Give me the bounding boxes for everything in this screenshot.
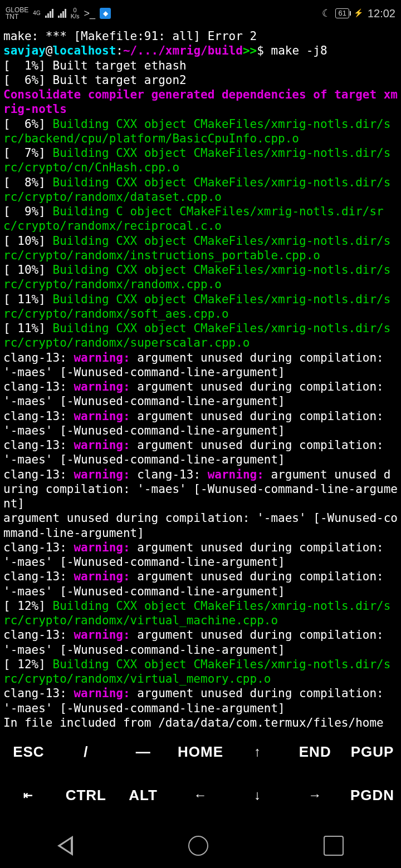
terminal-line: [ 1%] Built target ethash (3, 58, 398, 73)
nav-back-button[interactable] (57, 836, 73, 856)
terminal-line: [ 9%] Building C object CMakeFiles/xmrig… (3, 204, 398, 234)
key-alt[interactable]: ALT (115, 786, 172, 805)
terminal-line: clang-13: warning: argument unused durin… (3, 686, 398, 716)
terminal-line: [ 12%] Building CXX object CMakeFiles/xm… (3, 599, 398, 628)
terminal-line: [ 11%] Building CXX object CMakeFiles/xm… (3, 321, 398, 351)
terminal-line: make: *** [Makefile:91: all] Error 2 (3, 29, 398, 43)
signal-icon-1 (45, 9, 53, 18)
key-pgup[interactable]: PGUP (344, 743, 401, 761)
charging-icon: ⚡ (354, 8, 363, 18)
terminal-line: clang-13: warning: clang-13: warning: ar… (3, 467, 398, 511)
terminal-line: savjay@localhost:~/.../xmrig/build>>$ ma… (3, 43, 398, 58)
terminal-line: argument unused during compilation: '-ma… (3, 511, 398, 540)
terminal-line: [ 6%] Building CXX object CMakeFiles/xmr… (3, 117, 398, 146)
app-icon: ◆ (100, 8, 111, 19)
terminal-line: [ 7%] Building CXX object CMakeFiles/xmr… (3, 146, 398, 175)
status-bar: GLOBE TNT 4G 0 K/s >_ ◆ ☾ 61 ⚡ 12:02 (0, 0, 401, 27)
terminal-line: clang-13: warning: argument unused durin… (3, 351, 398, 380)
terminal-output[interactable]: make: *** [Makefile:91: all] Error 2savj… (0, 27, 401, 732)
battery-level: 61 (338, 9, 346, 17)
extra-keys-row-2: ⇤ CTRL ALT ← ↓ → PGDN (0, 773, 401, 817)
key-down[interactable]: ↓ (229, 787, 286, 803)
nav-home-button[interactable] (188, 836, 208, 856)
battery-icon: 61 (335, 8, 349, 18)
terminal-line: [ 8%] Building CXX object CMakeFiles/xmr… (3, 175, 398, 205)
key-right[interactable]: → (286, 787, 344, 803)
terminal-line: [ 10%] Building CXX object CMakeFiles/xm… (3, 234, 398, 263)
signal-icon-2 (58, 9, 66, 18)
terminal-prompt-icon: >_ (84, 7, 96, 20)
clock: 12:02 (368, 7, 395, 21)
key-slash[interactable]: / (57, 743, 115, 761)
status-left: GLOBE TNT 4G 0 K/s >_ ◆ (6, 7, 111, 20)
key-tab[interactable]: ⇤ (0, 788, 57, 802)
status-right: ☾ 61 ⚡ 12:02 (322, 7, 395, 21)
terminal-line: Consolidate compiler generated dependenc… (3, 87, 398, 117)
android-nav-bar (0, 823, 401, 868)
terminal-line: clang-13: warning: argument unused durin… (3, 540, 398, 570)
dnd-moon-icon: ☾ (322, 7, 331, 20)
key-home[interactable]: HOME (172, 743, 229, 761)
speed-unit: K/s (71, 13, 80, 19)
terminal-line: clang-13: warning: argument unused durin… (3, 438, 398, 467)
network-type: 4G (33, 10, 40, 17)
terminal-line: [ 6%] Built target argon2 (3, 73, 398, 87)
key-end[interactable]: END (286, 743, 344, 761)
key-esc[interactable]: ESC (0, 743, 57, 761)
terminal-line: clang-13: warning: argument unused durin… (3, 569, 398, 599)
terminal-line: [ 12%] Building CXX object CMakeFiles/xm… (3, 657, 398, 687)
key-left[interactable]: ← (172, 787, 229, 803)
carrier-label: GLOBE TNT (6, 7, 28, 20)
carrier-2: TNT (6, 13, 28, 20)
extra-keys-row-1: ESC / — HOME ↑ END PGUP (0, 730, 401, 773)
terminal-line: In file included from /data/data/com.ter… (3, 716, 398, 730)
key-pgdn[interactable]: PGDN (344, 786, 401, 805)
terminal-line: [ 11%] Building CXX object CMakeFiles/xm… (3, 292, 398, 322)
key-up[interactable]: ↑ (229, 743, 286, 760)
terminal-line: clang-13: warning: argument unused durin… (3, 379, 398, 409)
key-ctrl[interactable]: CTRL (57, 786, 115, 805)
terminal-line: [ 10%] Building CXX object CMakeFiles/xm… (3, 263, 398, 292)
data-speed: 0 K/s (71, 7, 80, 19)
terminal-line: clang-13: warning: argument unused durin… (3, 628, 398, 657)
terminal-line: clang-13: warning: argument unused durin… (3, 409, 398, 438)
nav-recent-button[interactable] (324, 836, 344, 856)
key-dash[interactable]: — (115, 743, 172, 761)
